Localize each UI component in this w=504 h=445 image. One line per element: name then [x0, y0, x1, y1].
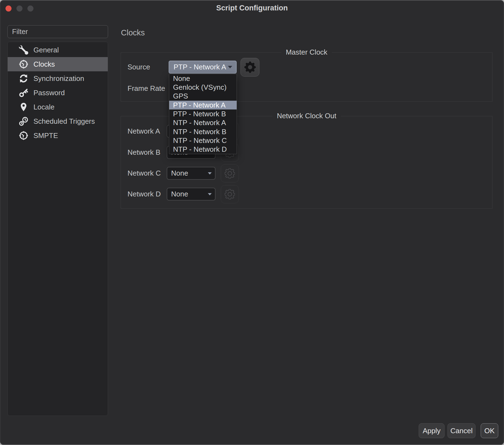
sidebar: General Clocks Synchronization [7, 42, 108, 416]
apply-button[interactable]: Apply [419, 423, 444, 438]
script-configuration-window: Script Configuration General Clocks [0, 0, 504, 445]
network-c-label: Network C [128, 167, 161, 180]
dual-clock-icon [18, 116, 29, 126]
sidebar-item-password[interactable]: Password [8, 86, 108, 100]
wrench-icon [18, 45, 29, 55]
option-gps[interactable]: GPS [169, 92, 237, 101]
option-ptp-network-a[interactable]: PTP - Network A [169, 101, 237, 109]
option-ptp-network-b[interactable]: PTP - Network B [169, 109, 237, 118]
sidebar-item-general[interactable]: General [8, 43, 108, 57]
chevron-down-icon [208, 172, 212, 174]
source-dropdown[interactable]: PTP - Network A [169, 61, 237, 74]
sidebar-item-label: Locale [33, 103, 55, 111]
sidebar-item-label: SMPTE [33, 131, 58, 140]
source-dropdown-value: PTP - Network A [174, 63, 228, 71]
option-ntp-network-d[interactable]: NTP - Network D [169, 145, 237, 154]
sidebar-item-label: Synchronization [33, 74, 84, 83]
page-title: Clocks [121, 28, 145, 37]
ok-button[interactable]: OK [481, 423, 498, 438]
titlebar: Script Configuration [0, 0, 504, 15]
network-d-settings-button-disabled [221, 185, 239, 203]
sync-icon [18, 74, 29, 83]
source-dropdown-menu: None Genlock (VSync) GPS PTP - Network A… [169, 74, 237, 154]
option-ntp-network-a[interactable]: NTP - Network A [169, 119, 237, 127]
sidebar-item-smpte[interactable]: SMPTE [8, 128, 108, 143]
option-none[interactable]: None [169, 74, 237, 83]
sidebar-item-label: Clocks [33, 60, 55, 69]
filter-input[interactable] [7, 25, 108, 38]
sidebar-item-synchronization[interactable]: Synchronization [8, 71, 108, 86]
map-pin-icon [18, 102, 29, 112]
frame-rate-label: Frame Rate [128, 82, 165, 95]
sidebar-item-locale[interactable]: Locale [8, 100, 108, 114]
network-c-settings-button-disabled [221, 164, 239, 182]
cancel-button[interactable]: Cancel [448, 423, 475, 438]
network-d-label: Network D [128, 188, 161, 201]
option-genlock-vsync[interactable]: Genlock (VSync) [169, 83, 237, 92]
network-clock-out-group-title: Network Clock Out [273, 112, 341, 120]
clock-icon [18, 131, 29, 140]
network-a-label: Network A [128, 125, 160, 138]
network-b-label: Network B [128, 146, 160, 159]
chevron-down-icon [208, 193, 212, 195]
gear-icon [225, 189, 235, 199]
sidebar-item-clocks[interactable]: Clocks [8, 57, 108, 71]
key-icon [18, 88, 29, 98]
master-clock-group-title: Master Clock [281, 48, 332, 57]
sidebar-item-scheduled-triggers[interactable]: Scheduled Triggers [8, 114, 108, 128]
chevron-down-icon [228, 66, 232, 68]
option-ntp-network-b[interactable]: NTP - Network B [169, 127, 237, 136]
sidebar-item-label: Password [33, 89, 65, 97]
sidebar-item-label: Scheduled Triggers [33, 117, 95, 126]
sidebar-item-label: General [33, 46, 59, 54]
network-d-dropdown[interactable]: None [167, 188, 216, 201]
source-settings-button[interactable] [240, 58, 259, 77]
clock-icon [18, 59, 29, 69]
option-ntp-network-c[interactable]: NTP - Network C [169, 136, 237, 145]
gear-icon [225, 168, 235, 179]
window-title: Script Configuration [0, 4, 504, 12]
network-c-dropdown[interactable]: None [167, 167, 216, 180]
source-label: Source [128, 61, 150, 74]
gear-icon [244, 61, 256, 73]
